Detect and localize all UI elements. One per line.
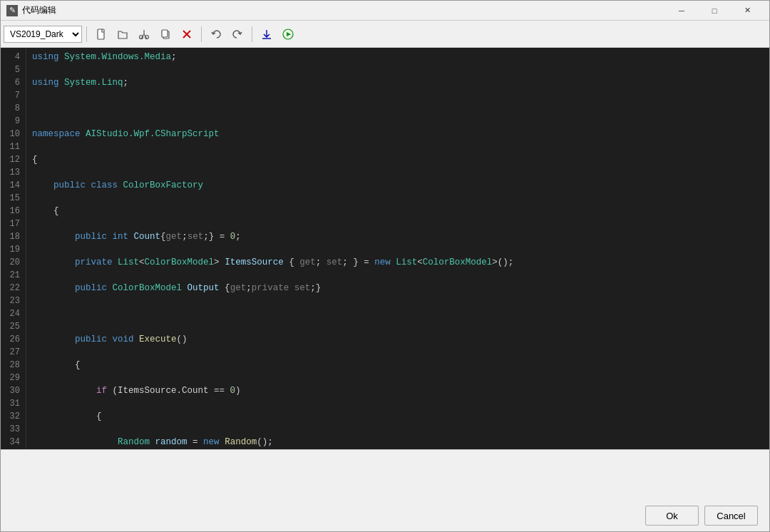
close-btn[interactable]: ✕ (731, 1, 764, 21)
copy-btn[interactable] (155, 25, 175, 44)
title-controls: ─ □ ✕ (665, 1, 764, 21)
toolbar-separator-3 (252, 26, 252, 42)
toolbar-separator-2 (201, 26, 202, 42)
svg-rect-7 (162, 30, 168, 37)
bottom-area: Ok Cancel (1, 449, 769, 531)
main-window: ✎ 代码编辑 ─ □ ✕ VS2019_Dark VS2019_Light Mo… (0, 0, 770, 532)
new-file-btn[interactable] (91, 25, 111, 44)
delete-btn[interactable] (177, 25, 197, 44)
toolbar: VS2019_Dark VS2019_Light Monokai Solariz… (1, 21, 769, 48)
code-editor[interactable]: 45678 910111213 1415161718 1920212223 24… (1, 48, 769, 449)
svg-rect-0 (98, 29, 104, 39)
title-bar: ✎ 代码编辑 ─ □ ✕ (1, 1, 769, 21)
line-numbers: 45678 910111213 1415161718 1920212223 24… (1, 48, 26, 449)
open-file-btn[interactable] (113, 25, 133, 44)
download-btn[interactable] (257, 25, 277, 44)
minimize-btn[interactable]: ─ (665, 1, 698, 21)
toolbar-separator-1 (86, 26, 87, 42)
cut-btn[interactable] (134, 25, 154, 44)
undo-btn[interactable] (206, 25, 226, 44)
window-title: 代码编辑 (22, 4, 665, 16)
editor-area: 45678 910111213 1415161718 1920212223 24… (1, 48, 769, 449)
window-icon: ✎ (6, 5, 18, 16)
code-text[interactable]: using System.Windows.Media; using System… (26, 48, 769, 449)
theme-select[interactable]: VS2019_Dark VS2019_Light Monokai Solariz… (4, 26, 82, 43)
run-btn[interactable] (278, 25, 298, 44)
maximize-btn[interactable]: □ (698, 1, 731, 21)
dialog-buttons: Ok Cancel (645, 506, 758, 526)
redo-btn[interactable] (227, 25, 247, 44)
svg-marker-13 (287, 32, 291, 36)
cancel-button[interactable]: Cancel (704, 506, 758, 526)
ok-button[interactable]: Ok (645, 506, 699, 526)
